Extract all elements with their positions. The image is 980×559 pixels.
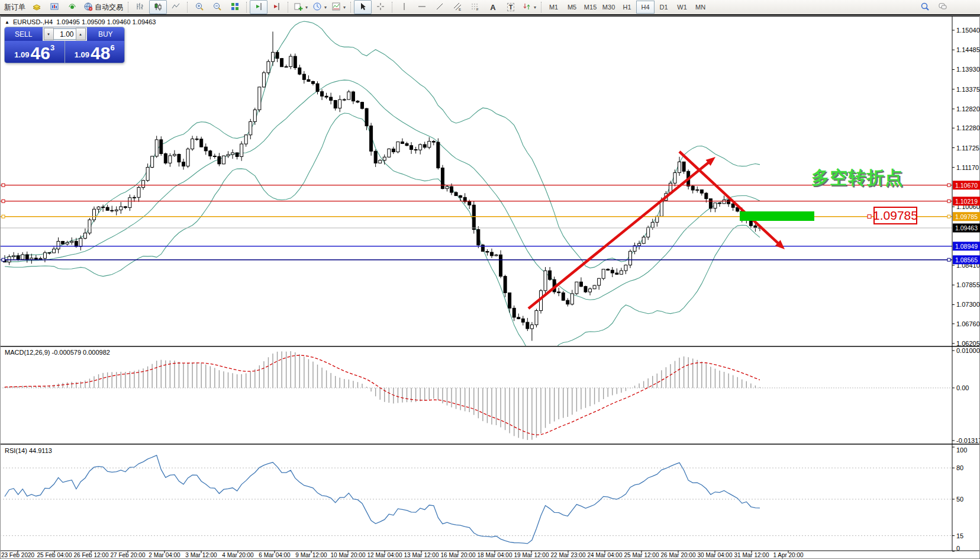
auto-trading-label: 自动交易 — [95, 2, 123, 12]
chart-canvas[interactable]: 1.150401.144851.139301.133751.128201.122… — [0, 0, 980, 559]
svg-text:80: 80 — [956, 464, 963, 471]
svg-text:1 Apr 20:00: 1 Apr 20:00 — [773, 552, 804, 558]
svg-text:2 Mar 04:00: 2 Mar 04:00 — [149, 552, 180, 558]
tile-windows-button[interactable] — [226, 0, 244, 14]
svg-text:13 Mar 12:00: 13 Mar 12:00 — [404, 552, 439, 558]
toolbar-separator — [541, 2, 542, 12]
svg-text:1.11170: 1.11170 — [956, 164, 979, 171]
svg-text:16 Mar 20:00: 16 Mar 20:00 — [441, 552, 476, 558]
svg-text:50: 50 — [956, 496, 963, 503]
volume-input[interactable] — [54, 28, 76, 40]
svg-text:15: 15 — [956, 532, 963, 539]
toolbar-separator — [128, 2, 129, 12]
svg-text:-0.013171: -0.013171 — [956, 437, 980, 444]
chevron-down-icon: ▾ — [343, 5, 346, 10]
buy-price-big: 48 — [91, 44, 110, 62]
svg-text:1.12820: 1.12820 — [956, 105, 980, 113]
svg-text:F: F — [476, 8, 479, 11]
cursor-tool-button[interactable] — [354, 0, 372, 14]
svg-text:1.10670: 1.10670 — [955, 182, 978, 189]
new-order-button[interactable]: 新订单 — [2, 0, 28, 14]
timeframe-m5[interactable]: M5 — [563, 1, 581, 14]
turning-point-annotation[interactable]: 多空转折点 — [811, 166, 903, 190]
timeframe-w1[interactable]: W1 — [673, 1, 691, 14]
svg-text:24 Mar 04:00: 24 Mar 04:00 — [588, 552, 623, 558]
arrows-tool-icon — [522, 2, 531, 13]
chart-shift-button[interactable] — [267, 0, 285, 14]
svg-text:1.13375: 1.13375 — [956, 86, 980, 93]
indicators-button[interactable]: ▾ — [329, 0, 348, 14]
volume-increase-button[interactable]: ▲ — [76, 28, 86, 40]
signal-icon — [67, 2, 77, 13]
timeframe-h1[interactable]: H1 — [618, 1, 636, 14]
chart-title: ▲ EURUSD-,H4 1.09495 1.09509 1.09460 1.0… — [5, 18, 156, 25]
svg-text:0: 0 — [956, 545, 960, 552]
chart-bars-button[interactable] — [131, 0, 149, 14]
fibonacci-tool-button[interactable]: F — [466, 0, 484, 14]
timeframe-h4[interactable]: H4 — [636, 1, 655, 14]
toolbar-separator — [350, 2, 352, 12]
timeframe-mn[interactable]: MN — [691, 1, 710, 14]
svg-text:3 Mar 12:00: 3 Mar 12:00 — [185, 552, 217, 558]
signals-button[interactable] — [63, 0, 81, 14]
label-tool-icon: T — [507, 3, 515, 11]
terminal-button[interactable] — [46, 0, 63, 14]
buy-price-prefix: 1.09 — [75, 50, 89, 59]
channel-tool-button[interactable]: E — [449, 0, 466, 14]
zoom-out-button[interactable] — [208, 0, 226, 14]
sell-price-prefix: 1.09 — [14, 50, 29, 59]
sell-price-pip: 3 — [50, 43, 54, 52]
fibonacci-icon: F — [470, 2, 480, 13]
sell-price-display[interactable]: 1.09 46 3 — [5, 41, 65, 63]
svg-text:1.06760: 1.06760 — [956, 320, 980, 327]
crosshair-icon — [376, 2, 385, 13]
toolbar-separator — [288, 2, 289, 12]
toolbar-separator — [392, 2, 393, 12]
buy-button[interactable]: BUY — [87, 27, 125, 41]
auto-scroll-button[interactable] — [250, 0, 267, 14]
volume-decrease-button[interactable]: ▼ — [44, 28, 54, 40]
svg-text:30 Mar 04:00: 30 Mar 04:00 — [698, 552, 733, 558]
mt4-terminal: 新订单 自动交易 ▾ ▾ ▾ E F A T ▾ M — [0, 0, 980, 559]
svg-text:1.07300: 1.07300 — [956, 301, 980, 308]
trendline-tool-button[interactable] — [431, 0, 449, 14]
svg-text:22 Mar 23:00: 22 Mar 23:00 — [551, 552, 586, 558]
chat-button[interactable] — [934, 0, 952, 14]
svg-text:1.06205: 1.06205 — [956, 340, 980, 347]
hline-tool-button[interactable] — [413, 0, 431, 14]
vline-tool-button[interactable] — [395, 0, 413, 14]
svg-text:23 Feb 2020: 23 Feb 2020 — [1, 552, 35, 558]
periods-button[interactable]: ▾ — [310, 0, 329, 14]
svg-text:1.15040: 1.15040 — [956, 27, 980, 34]
text-tool-button[interactable]: A — [484, 0, 502, 14]
new-chart-button[interactable]: ▾ — [291, 0, 310, 14]
collapse-panel-icon[interactable]: ▲ — [5, 20, 9, 25]
svg-text:1.11725: 1.11725 — [956, 144, 979, 152]
svg-text:0.010002: 0.010002 — [956, 347, 980, 354]
chart-line-button[interactable] — [167, 0, 185, 14]
arrows-tool-button[interactable]: ▾ — [520, 0, 539, 14]
svg-text:1.12280: 1.12280 — [956, 124, 980, 131]
auto-trading-button[interactable]: 自动交易 — [81, 0, 125, 14]
market-watch-button[interactable] — [28, 0, 46, 14]
label-tool-button[interactable]: T — [502, 0, 520, 14]
search-button[interactable] — [916, 0, 934, 14]
timeframe-d1[interactable]: D1 — [655, 1, 673, 14]
candlestick-icon — [153, 2, 163, 13]
price-tag-label[interactable]: 1.09785 — [873, 207, 917, 224]
zoom-out-icon — [212, 2, 222, 13]
zoom-in-icon — [195, 2, 204, 13]
crosshair-tool-button[interactable] — [372, 0, 389, 14]
clock-icon — [312, 2, 322, 13]
zoom-in-button[interactable] — [191, 0, 208, 14]
svg-text:4 Mar 20:00: 4 Mar 20:00 — [222, 552, 254, 558]
sell-button[interactable]: SELL — [5, 27, 43, 41]
timeframe-m1[interactable]: M1 — [544, 1, 563, 14]
timeframe-m15[interactable]: M15 — [581, 1, 599, 14]
svg-text:31 Mar 12:00: 31 Mar 12:00 — [734, 552, 769, 558]
chart-candles-button[interactable] — [149, 0, 167, 14]
buy-price-display[interactable]: 1.09 48 6 — [65, 41, 125, 63]
new-chart-icon — [294, 2, 303, 13]
timeframe-m30[interactable]: M30 — [599, 1, 618, 14]
svg-text:9 Mar 12:00: 9 Mar 12:00 — [295, 552, 327, 558]
